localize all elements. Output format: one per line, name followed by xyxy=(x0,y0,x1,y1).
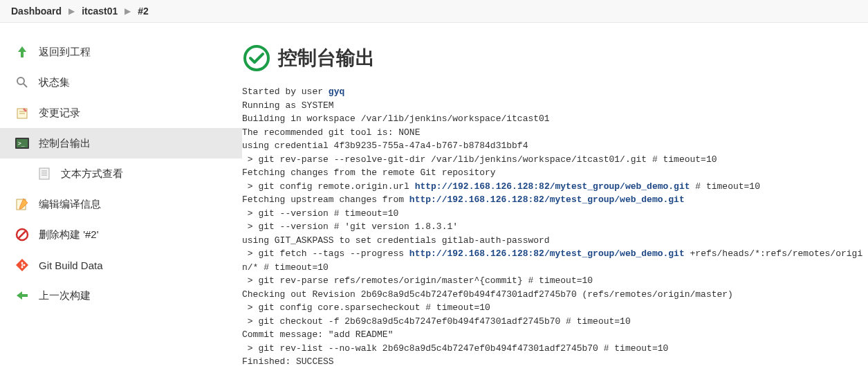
breadcrumb-build[interactable]: #2 xyxy=(138,6,149,17)
edit-icon xyxy=(14,196,30,212)
sidebar-item-label: 变更记录 xyxy=(39,107,80,120)
sidebar-item-gitdata[interactable]: Git Build Data xyxy=(0,250,242,280)
git-url-link[interactable]: http://192.168.126.128:82/mytest_group/w… xyxy=(415,181,690,192)
search-icon xyxy=(14,74,30,91)
arrow-up-icon xyxy=(14,44,30,60)
svg-text:>_: >_ xyxy=(18,140,25,147)
sidebar-item-label: 控制台输出 xyxy=(39,137,91,150)
sidebar-item-label: 返回到工程 xyxy=(39,46,91,59)
arrow-left-icon xyxy=(14,287,30,304)
sidebar-item-prevbuild[interactable]: 上一次构建 xyxy=(0,280,242,311)
sidebar-item-editinfo[interactable]: 编辑编译信息 xyxy=(0,189,242,219)
document-icon xyxy=(36,165,53,182)
sidebar-item-label: Git Build Data xyxy=(39,260,103,271)
sidebar-item-label: 删除构建 '#2' xyxy=(39,228,99,242)
success-icon xyxy=(242,44,271,73)
sidebar-item-status[interactable]: 状态集 xyxy=(0,67,242,98)
svg-point-0 xyxy=(17,78,24,84)
sidebar: 返回到工程 状态集 变更记录 >_ 控制台输出 文本方式查看 xyxy=(0,23,242,373)
sidebar-item-textview[interactable]: 文本方式查看 xyxy=(0,158,242,189)
main-content: 控制台输出 Started by user gyq Running as SYS… xyxy=(242,23,868,373)
sidebar-item-label: 文本方式查看 xyxy=(61,167,123,181)
git-url-link[interactable]: http://192.168.126.128:82/mytest_group/w… xyxy=(409,248,685,259)
breadcrumb-project[interactable]: itcast01 xyxy=(82,6,118,17)
user-link[interactable]: gyq xyxy=(329,87,344,97)
git-icon xyxy=(14,257,30,273)
breadcrumb: Dashboard ▶ itcast01 ▶ #2 xyxy=(0,0,868,23)
svg-line-14 xyxy=(19,231,26,238)
sidebar-item-delete[interactable]: 删除构建 '#2' xyxy=(0,219,242,250)
chevron-right-icon: ▶ xyxy=(68,6,75,16)
sidebar-item-console[interactable]: >_ 控制台输出 xyxy=(0,128,242,158)
page-title: 控制台输出 xyxy=(278,45,375,71)
svg-point-20 xyxy=(245,46,268,70)
sidebar-item-back[interactable]: 返回到工程 xyxy=(0,37,242,67)
git-url-link[interactable]: http://192.168.126.128:82/mytest_group/w… xyxy=(409,194,685,205)
notepad-icon xyxy=(14,104,30,121)
sidebar-item-label: 上一次构建 xyxy=(39,289,91,302)
sidebar-item-changes[interactable]: 变更记录 xyxy=(0,98,242,128)
console-output: Started by user gyq Running as SYSTEM Bu… xyxy=(242,85,868,369)
breadcrumb-dashboard[interactable]: Dashboard xyxy=(11,6,62,17)
svg-line-1 xyxy=(24,84,27,87)
sidebar-item-label: 状态集 xyxy=(39,76,70,89)
prohibit-icon xyxy=(14,226,30,243)
sidebar-item-label: 编辑编译信息 xyxy=(39,198,101,211)
svg-rect-8 xyxy=(39,168,49,179)
chevron-right-icon: ▶ xyxy=(124,6,131,16)
terminal-icon: >_ xyxy=(14,135,30,152)
